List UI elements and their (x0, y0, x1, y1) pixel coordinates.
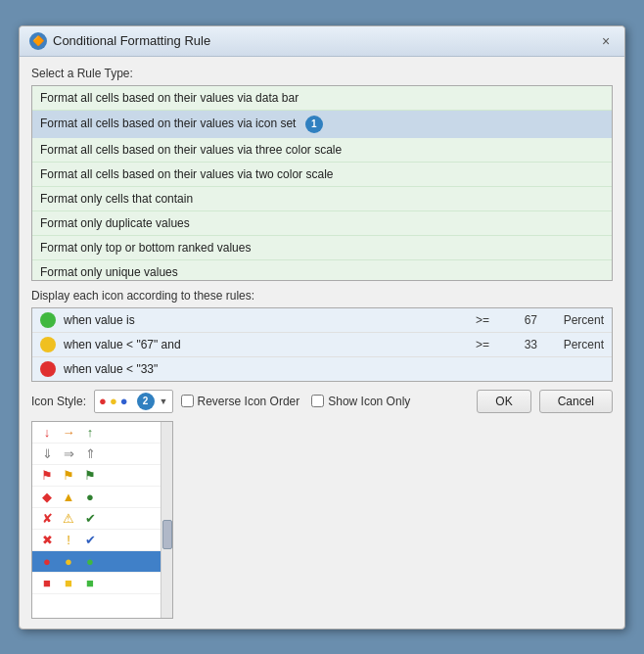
rule-text-3: when value < "33" (64, 362, 604, 376)
dialog-title: Conditional Formatting Rule (53, 33, 597, 48)
rule-item-icon-set[interactable]: Format all cells based on their values v… (32, 111, 612, 138)
flag-green: ⚑ (81, 468, 99, 483)
bottom-content: ↓ → ↑ ⇓ ⇒ ⇑ ⚑ ⚑ (31, 421, 613, 619)
rule-item-data-bar[interactable]: Format all cells based on their values v… (32, 86, 612, 111)
reverse-icon-checkbox-label[interactable]: Reverse Icon Order (181, 395, 300, 408)
cross-red: ✘ (38, 511, 56, 526)
rule-unit-2: Percent (545, 338, 604, 351)
icon-style-option-shapes[interactable]: ◆ ▲ ● (32, 487, 172, 508)
square-green: ■ (81, 576, 99, 590)
icon-circle-yellow (40, 337, 56, 352)
icon-style-preview-r: ● (99, 394, 107, 408)
arrow-right-gray: ⇒ (60, 446, 77, 461)
reverse-icon-label: Reverse Icon Order (198, 395, 300, 408)
icon-style-label: Icon Style: (31, 395, 86, 408)
circle-yellow-sel: ● (60, 554, 77, 569)
rule-item-contain[interactable]: Format only cells that contain (32, 187, 612, 211)
icon-style-option-flags[interactable]: ⚑ ⚑ ⚑ (32, 465, 172, 487)
triangle-yellow: ▲ (60, 490, 77, 504)
rule-type-list: Format all cells based on their values v… (31, 85, 613, 281)
exclaim-yellow: ! (60, 533, 77, 547)
icon-rule-row-2: when value < "67" and >= 33 Percent (32, 333, 612, 357)
icon-style-option-arrows-gray[interactable]: ⇓ ⇒ ⇑ (32, 444, 172, 465)
icon-style-option-arrows-color[interactable]: ↓ → ↑ (32, 422, 172, 444)
rule-op-1: >= (476, 313, 500, 327)
rule-list-scroll[interactable]: Format all cells based on their values v… (32, 86, 612, 280)
icon-style-option-cwc[interactable]: ✘ ⚠ ✔ (32, 508, 172, 530)
dropdown-arrow-icon: ▼ (160, 397, 168, 406)
dialog-body: Select a Rule Type: Format all cells bas… (20, 57, 624, 629)
square-yellow: ■ (60, 576, 77, 590)
flag-yellow: ⚑ (60, 468, 77, 483)
arrow-down-gray: ⇓ (38, 446, 56, 461)
check-green: ✔ (81, 511, 99, 526)
icon-style-row: Icon Style: ● ● ● 2 ▼ Reverse Icon Order (31, 390, 613, 413)
icon-rule-row-3: when value < "33" (32, 357, 612, 381)
warning-yellow: ⚠ (60, 511, 77, 526)
circle-green-sel: ● (81, 554, 99, 569)
icon-rules-table: when value is >= 67 Percent when value <… (31, 307, 613, 382)
icon-style-dropdown-panel: ↓ → ↑ ⇓ ⇒ ⇑ ⚑ ⚑ (31, 421, 173, 619)
arrow-down-red: ↓ (38, 425, 56, 440)
icon-circle-green (40, 312, 56, 328)
show-icon-only-checkbox[interactable] (311, 395, 324, 407)
rule-text-1: when value is (64, 313, 468, 327)
diamond-red: ◆ (38, 490, 56, 504)
check-blue: ✔ (81, 533, 99, 547)
arrow-up-green: ↑ (81, 425, 99, 440)
icon-style-preview-y: ● (110, 394, 117, 408)
icon-style-selector[interactable]: ● ● ● 2 ▼ (94, 390, 173, 413)
bottom-section: Icon Style: ● ● ● 2 ▼ Reverse Icon Order (31, 390, 613, 619)
rule-val-1: 67 (508, 313, 537, 327)
rule-op-2: >= (476, 338, 500, 351)
x-red: ✖ (38, 533, 56, 547)
dropdown-scroll-thumb (162, 520, 172, 549)
icon-style-option-circles-ryg[interactable]: ● ● ● (32, 551, 172, 573)
rule-item-three-color[interactable]: Format all cells based on their values v… (32, 138, 612, 163)
icon-style-option-marks[interactable]: ✖ ! ✔ (32, 530, 172, 551)
icon-style-dropdown-scroll[interactable]: ↓ → ↑ ⇓ ⇒ ⇑ ⚑ ⚑ (32, 422, 172, 618)
rule-unit-1: Percent (545, 313, 604, 327)
arrow-up-gray: ⇑ (81, 446, 99, 461)
rule-item-two-color[interactable]: Format all cells based on their values v… (32, 163, 612, 187)
arrow-right-orange: → (60, 425, 77, 440)
dropdown-scrollbar[interactable] (161, 422, 172, 618)
cancel-button[interactable]: Cancel (539, 390, 613, 413)
ok-button[interactable]: OK (477, 390, 530, 413)
dialog-window: 🔶 Conditional Formatting Rule × Select a… (19, 25, 625, 630)
title-bar: 🔶 Conditional Formatting Rule × (20, 26, 624, 57)
options-row: Reverse Icon Order Show Icon Only (181, 395, 470, 408)
circle-green-shape: ● (81, 490, 99, 504)
rule-item-duplicate[interactable]: Format only duplicate values (32, 211, 612, 236)
icon-style-option-squares[interactable]: ■ ■ ■ (32, 573, 172, 594)
square-red: ■ (38, 576, 56, 590)
rule-type-label: Select a Rule Type: (31, 67, 613, 80)
rule-item-top-bottom[interactable]: Format only top or bottom ranked values (32, 236, 612, 260)
icon-circle-red (40, 361, 56, 377)
action-buttons: OK Cancel (477, 390, 613, 413)
show-icon-only-checkbox-label[interactable]: Show Icon Only (311, 395, 410, 408)
icon-rules-label: Display each icon according to these rul… (31, 289, 613, 303)
dialog-icon: 🔶 (29, 32, 47, 50)
close-button[interactable]: × (597, 32, 615, 50)
icon-style-preview-b: ● (120, 394, 128, 408)
icon-set-badge: 1 (305, 116, 323, 133)
icon-rule-row-1: when value is >= 67 Percent (32, 308, 612, 333)
circle-red-sel: ● (38, 554, 56, 569)
reverse-icon-checkbox[interactable] (181, 395, 194, 407)
right-panel (181, 421, 613, 619)
rule-val-2: 33 (508, 338, 537, 351)
rule-text-2: when value < "67" and (64, 338, 468, 351)
icon-style-badge: 2 (137, 393, 155, 410)
flag-red: ⚑ (38, 468, 56, 483)
rule-item-unique[interactable]: Format only unique values (32, 260, 612, 280)
show-icon-only-label: Show Icon Only (328, 395, 410, 408)
